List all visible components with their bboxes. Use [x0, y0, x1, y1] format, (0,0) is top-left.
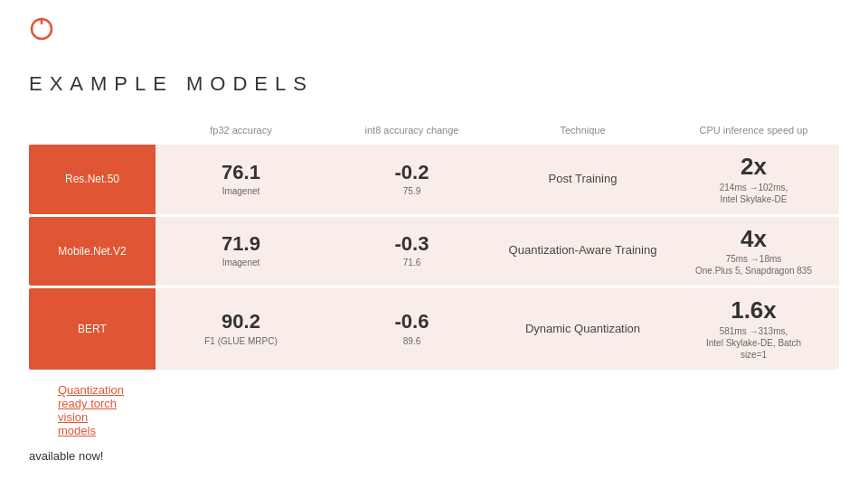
table-row: Mobile.Net.V2 71.9 Imagenet -0.3 71.6 Qu…	[29, 217, 839, 286]
fp32-value: 71.9	[222, 233, 260, 255]
footer-suffix: available now!	[29, 449, 103, 463]
int8-sub: 89.6	[403, 335, 420, 347]
speedup-sub: 75ms →18msOne.Plus 5, Snapdragon 835	[695, 253, 812, 277]
models-table: fp32 accuracy int8 accuracy change Techn…	[29, 125, 839, 372]
int8-value: -0.6	[395, 311, 429, 333]
speedup-value: 4x	[741, 226, 767, 252]
cell-mobilenetv2-fp32: 71.9 Imagenet	[156, 217, 326, 286]
cell-resnet50-int8: -0.2 75.9	[326, 145, 497, 214]
cell-mobilenetv2-technique: Quantization-Aware Training	[497, 217, 668, 286]
int8-value: -0.3	[395, 233, 429, 255]
footer: Quantization ready torch vision models a…	[29, 449, 103, 463]
cell-mobilenetv2-int8: -0.3 71.6	[326, 217, 497, 286]
col-header-speedup: CPU inference speed up	[668, 125, 839, 141]
cell-resnet50-technique: Post Training	[497, 145, 668, 214]
fp32-value: 76.1	[222, 162, 260, 183]
page-title: EXAMPLE MODELS	[29, 72, 314, 96]
speedup-value: 1.6x	[731, 297, 777, 324]
int8-sub: 75.9	[403, 185, 420, 197]
fp32-sub: Imagenet	[222, 185, 260, 197]
row-label-resnet50: Res.Net.50	[29, 145, 156, 214]
fp32-sub: F1 (GLUE MRPC)	[204, 335, 278, 347]
cell-bert-fp32: 90.2 F1 (GLUE MRPC)	[156, 288, 326, 370]
col-header-fp32: fp32 accuracy	[156, 125, 326, 141]
cell-mobilenetv2-speedup: 4x 75ms →18msOne.Plus 5, Snapdragon 835	[668, 217, 839, 286]
cell-resnet50-fp32: 76.1 Imagenet	[156, 145, 326, 214]
footer-link[interactable]: Quantization ready torch vision models	[58, 383, 124, 437]
table-header: fp32 accuracy int8 accuracy change Techn…	[29, 125, 839, 141]
speedup-sub: 581ms →313ms,Intel Skylake-DE, Batchsize…	[706, 325, 801, 361]
speedup-sub: 214ms →102ms,Intel Skylake-DE	[720, 182, 788, 205]
col-header-technique: Technique	[497, 125, 668, 141]
col-header-int8: int8 accuracy change	[326, 125, 497, 141]
row-label-bert: BERT	[29, 288, 156, 370]
speedup-value: 2x	[741, 154, 767, 180]
cell-bert-technique: Dynamic Quantization	[497, 288, 668, 370]
int8-sub: 71.6	[403, 257, 420, 268]
int8-value: -0.2	[395, 162, 429, 183]
cell-resnet50-speedup: 2x 214ms →102ms,Intel Skylake-DE	[668, 145, 839, 214]
cell-bert-int8: -0.6 89.6	[326, 288, 497, 370]
table-row: BERT 90.2 F1 (GLUE MRPC) -0.6 89.6 Dynam…	[29, 288, 839, 370]
cell-bert-speedup: 1.6x 581ms →313ms,Intel Skylake-DE, Batc…	[668, 288, 839, 370]
fp32-sub: Imagenet	[222, 257, 260, 268]
row-label-mobilenetv2: Mobile.Net.V2	[29, 217, 156, 286]
table-row: Res.Net.50 76.1 Imagenet -0.2 75.9 Post …	[29, 145, 839, 214]
logo-icon	[29, 16, 54, 42]
fp32-value: 90.2	[222, 311, 260, 333]
